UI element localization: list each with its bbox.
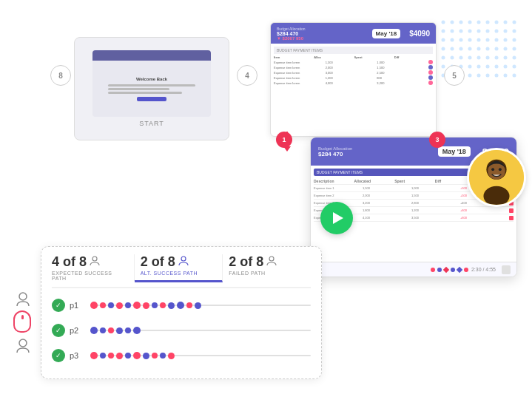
- svg-point-12: [468, 30, 472, 33]
- stats-failed[interactable]: 2 of 8 FAILED PATH: [223, 254, 311, 281]
- alt-label: ALT. SUCCESS PATH: [141, 271, 198, 276]
- stats-row: 4 of 8 EXPECTED SUCCESS PATH 2 of 8 ALT.…: [52, 254, 311, 288]
- svg-point-48: [468, 65, 472, 69]
- svg-point-29: [459, 47, 463, 51]
- expected-label: EXPECTED SUCCESS PATH: [52, 271, 128, 281]
- stats-panel: 4 of 8 EXPECTED SUCCESS PATH 2 of 8 ALT.…: [41, 246, 322, 379]
- dot-p2-4: [125, 327, 131, 333]
- may-badge-bottom: May '18: [438, 146, 471, 157]
- table-header-row: Item Alloc Spent Diff: [274, 55, 433, 59]
- dot-p2-3: [116, 327, 123, 334]
- nav-circle-5[interactable]: 5: [444, 65, 465, 86]
- step-3-circle: 3: [429, 132, 445, 148]
- svg-point-5: [486, 21, 490, 24]
- svg-point-28: [451, 47, 454, 51]
- budget-info: Budget Allocation $284 470 ▼ $2067 950: [277, 27, 306, 41]
- svg-point-44: [513, 56, 516, 60]
- dot-p3-5: [133, 352, 141, 359]
- dot-p1-6: [143, 302, 149, 309]
- timeline-bar: 2:30 / 4:55: [311, 262, 516, 276]
- dot-p3-9: [168, 353, 175, 359]
- total-amount: $4090: [409, 30, 430, 38]
- mouse-icon: [13, 310, 31, 333]
- svg-point-42: [495, 56, 499, 60]
- svg-point-25: [504, 38, 508, 42]
- svg-point-31: [477, 47, 481, 51]
- svg-point-7: [504, 21, 508, 24]
- svg-point-70: [19, 339, 27, 347]
- dot-p1-11: [186, 302, 192, 308]
- svg-point-6: [495, 21, 499, 24]
- svg-point-10: [451, 30, 454, 33]
- dot-p2-5: [133, 327, 141, 334]
- svg-point-50: [486, 65, 490, 69]
- svg-point-1: [451, 21, 454, 24]
- dot-p3-2: [108, 353, 114, 359]
- svg-point-16: [504, 30, 508, 33]
- budget-amount-bottom: $284 470: [318, 151, 352, 157]
- path-row-p2: ✓p2: [52, 321, 311, 340]
- budget-card-header-top: Budget Allocation $284 470 ▼ $2067 950 M…: [271, 23, 436, 44]
- scroll-wheel: [21, 315, 24, 319]
- svg-point-21: [468, 38, 472, 42]
- svg-point-27: [442, 47, 445, 51]
- step-1-circle: 1: [276, 132, 292, 148]
- timeline-line: [90, 330, 311, 331]
- svg-point-71: [92, 257, 97, 261]
- path-label-p2: p2: [70, 326, 86, 335]
- budget-amount1: $284 470: [277, 31, 306, 36]
- dot-p1-12: [195, 302, 201, 309]
- time-dots: [431, 268, 468, 272]
- stats-expected[interactable]: 4 of 8 EXPECTED SUCCESS PATH: [52, 254, 135, 281]
- user-avatar: [467, 148, 526, 207]
- table-row: Expense item lorem 3,000 2,500: [274, 70, 433, 75]
- dot-p3-3: [116, 353, 123, 359]
- svg-point-23: [486, 38, 490, 42]
- fullscreen-icon[interactable]: [502, 265, 511, 274]
- timeline-line: [90, 355, 311, 356]
- svg-point-15: [495, 30, 499, 33]
- svg-point-4: [477, 21, 481, 24]
- dot-p2-2: [108, 327, 114, 333]
- user-icon-alt: [178, 256, 189, 268]
- svg-point-0: [442, 21, 445, 24]
- nav-circle-8[interactable]: 8: [50, 65, 71, 86]
- svg-point-53: [513, 65, 516, 69]
- dot-p1-2: [108, 302, 114, 308]
- budget-card-top: Budget Allocation $284 470 ▼ $2067 950 M…: [270, 22, 437, 137]
- play-button[interactable]: [320, 202, 353, 234]
- svg-point-2: [459, 21, 463, 24]
- path-rows: ✓p1✓p2✓p3: [52, 296, 311, 365]
- svg-point-32: [486, 47, 490, 51]
- alt-count: 2 of 8: [141, 254, 189, 270]
- dot-p1-0: [90, 302, 98, 309]
- table-row: Expense item lorem 1,200 800: [274, 75, 433, 80]
- dot-p3-8: [160, 353, 166, 359]
- svg-point-51: [495, 65, 499, 69]
- may-badge: May '18: [372, 29, 401, 38]
- svg-point-52: [504, 65, 508, 69]
- user-icon-expected: [90, 256, 100, 268]
- welcome-screen: Welcome Back: [92, 50, 211, 117]
- check-icon-p3: ✓: [52, 349, 65, 362]
- dot-p2-1: [100, 327, 106, 333]
- svg-point-13: [477, 30, 481, 33]
- svg-point-8: [513, 21, 516, 24]
- screen-button: [137, 97, 166, 101]
- svg-point-33: [495, 47, 499, 51]
- svg-point-3: [468, 21, 472, 24]
- user-icon-failed: [266, 256, 277, 268]
- section-title: BUDGET PAYMENT ITEMS: [274, 47, 433, 54]
- stats-alt[interactable]: 2 of 8 ALT. SUCCESS PATH: [135, 254, 223, 282]
- svg-point-62: [513, 74, 516, 78]
- start-card: Welcome Back START: [74, 37, 229, 140]
- svg-point-34: [504, 47, 508, 51]
- svg-point-69: [19, 293, 27, 300]
- check-icon-p1: ✓: [52, 299, 65, 312]
- path-row-p3: ✓p3: [52, 346, 311, 365]
- nav-circle-4[interactable]: 4: [237, 65, 257, 86]
- svg-point-36: [442, 56, 445, 60]
- svg-point-18: [442, 38, 445, 42]
- welcome-text: Welcome Back: [136, 77, 167, 81]
- dot-p1-7: [152, 302, 158, 308]
